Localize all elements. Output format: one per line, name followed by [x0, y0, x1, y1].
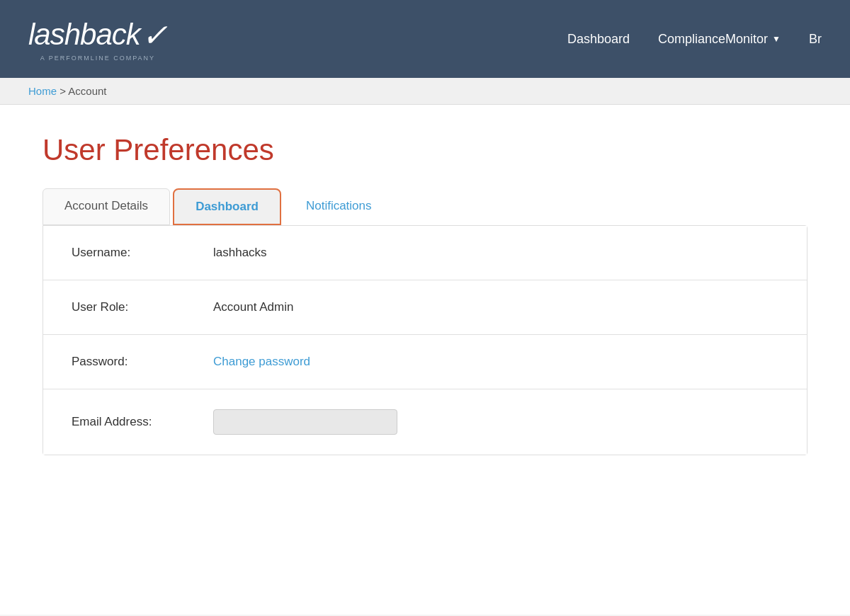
logo-bolt-icon: ✓: [142, 17, 167, 53]
field-label-email: Email Address:: [72, 415, 213, 429]
logo-subtitle: A PERFORMLINE COMPANY: [40, 55, 155, 62]
logo-text: lashback✓: [28, 17, 167, 53]
nav-more[interactable]: Br: [809, 32, 822, 47]
tabs-container: Account Details Dashboard Notifications: [42, 188, 808, 225]
breadcrumb-home[interactable]: Home: [28, 85, 57, 97]
tab-dashboard[interactable]: Dashboard: [173, 188, 281, 225]
breadcrumb: Home > Account: [28, 85, 822, 97]
chevron-down-icon: ▼: [772, 34, 781, 44]
breadcrumb-separator: >: [57, 85, 68, 97]
field-row-email: Email Address:: [43, 389, 807, 455]
change-password-link[interactable]: Change password: [213, 355, 310, 369]
tab-account-details[interactable]: Account Details: [42, 188, 170, 225]
email-input[interactable]: [213, 409, 397, 435]
field-row-user-role: User Role: Account Admin: [43, 280, 807, 335]
main-nav: Dashboard ComplianceMonitor ▼ Br: [567, 32, 822, 47]
app-header: lashback✓ A PERFORMLINE COMPANY Dashboar…: [0, 0, 850, 78]
field-row-password: Password: Change password: [43, 335, 807, 389]
content-panel: Username: lashhacks User Role: Account A…: [42, 225, 808, 455]
field-label-username: Username:: [72, 246, 213, 260]
nav-compliance-monitor[interactable]: ComplianceMonitor ▼: [658, 32, 781, 47]
breadcrumb-bar: Home > Account: [0, 78, 850, 105]
field-value-username: lashhacks: [213, 246, 267, 260]
field-value-user-role: Account Admin: [213, 300, 293, 314]
field-row-username: Username: lashhacks: [43, 226, 807, 280]
field-label-user-role: User Role:: [72, 300, 213, 314]
logo: lashback✓ A PERFORMLINE COMPANY: [28, 17, 167, 62]
field-label-password: Password:: [72, 355, 213, 369]
tab-notifications[interactable]: Notifications: [284, 188, 394, 225]
nav-dashboard[interactable]: Dashboard: [567, 32, 630, 47]
main-content: User Preferences Account Details Dashboa…: [0, 105, 850, 615]
logo-name: lashback: [28, 18, 140, 52]
page-title: User Preferences: [42, 133, 808, 167]
breadcrumb-current: Account: [68, 85, 106, 97]
